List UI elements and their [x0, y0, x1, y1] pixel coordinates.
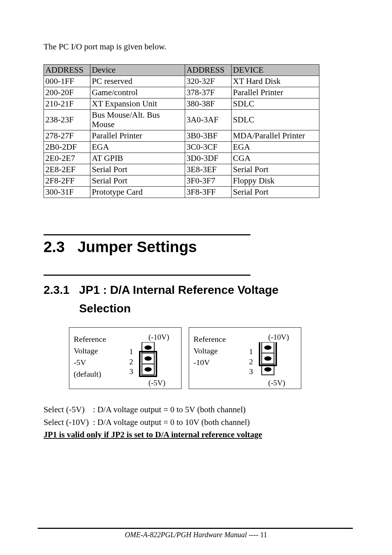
- voltage-value: -5V: [74, 357, 106, 368]
- table-cell: 210-21F: [44, 98, 90, 110]
- svg-point-4: [144, 345, 152, 350]
- table-row: 210-21FXT Expansion Unit380-38FSDLC: [44, 98, 319, 110]
- table-cell: 3F0-3F7: [185, 175, 231, 187]
- svg-point-6: [144, 367, 152, 372]
- table-row: 2B0-2DFEGA3C0-3CFEGA: [44, 142, 319, 153]
- table-cell: 200-20F: [44, 87, 90, 98]
- footer-sep: ----: [247, 531, 258, 539]
- section-rule-top: [44, 234, 250, 235]
- page-footer: OME-A-822PGL/PGH Hardware Manual ---- 11: [0, 531, 392, 539]
- table-cell: 3D0-3DF: [185, 153, 231, 164]
- bottom-voltage-label: (-5V): [148, 378, 166, 388]
- table-cell: PC reserved: [90, 76, 185, 87]
- table-cell: EGA: [231, 142, 319, 153]
- table-cell: 3E8-3EF: [185, 164, 231, 175]
- table-cell: 238-23F: [44, 110, 90, 130]
- table-cell: 378-37F: [185, 87, 231, 98]
- table-cell: 2B0-2DF: [44, 142, 90, 153]
- pin-1-label: 1: [249, 347, 253, 357]
- table-cell: 300-31F: [44, 187, 90, 198]
- table-cell: 320-32F: [185, 76, 231, 87]
- top-voltage-label: (-10V): [148, 333, 169, 342]
- note-jp1-valid: JP1 is valid only if JP2 is set to D/A i…: [44, 429, 354, 441]
- top-voltage-label: (-10V): [268, 333, 289, 342]
- note-5v: Select (-5V) : D/A voltage output = 0 to…: [44, 404, 354, 416]
- table-cell: Serial Port: [90, 164, 185, 175]
- jumper-5v-icon: [138, 342, 160, 378]
- svg-point-12: [264, 356, 271, 361]
- table-cell: Serial Port: [231, 164, 319, 175]
- pin-1-label: 1: [129, 347, 133, 357]
- table-cell: MDA/Parallel Printer: [231, 130, 319, 142]
- table-cell: SDLC: [231, 98, 319, 110]
- bottom-voltage-label: (-5V): [268, 378, 285, 388]
- section-heading: 2.3 Jumper Settings: [44, 238, 354, 256]
- table-cell: 3F8-3FF: [185, 187, 231, 198]
- table-cell: EGA: [90, 142, 185, 153]
- jumper-diagrams: Reference Voltage -5V (default) 1 2 3 (-…: [69, 327, 354, 389]
- voltage-value: -10V: [193, 357, 226, 368]
- svg-point-11: [264, 345, 271, 350]
- th-device-1: Device: [90, 65, 185, 76]
- voltage-label: Voltage: [193, 345, 226, 357]
- ref-label: Reference: [74, 333, 106, 345]
- table-cell: Prototype Card: [90, 187, 185, 198]
- table-cell: 3B0-3BF: [185, 130, 231, 142]
- table-cell: Parallel Printer: [90, 130, 185, 142]
- note-10v: Select (-10V) : D/A voltage output = 0 t…: [44, 416, 354, 429]
- footer-rule: [38, 528, 353, 529]
- table-cell: 000-1FF: [44, 76, 90, 87]
- table-cell: XT Expansion Unit: [90, 98, 185, 110]
- table-row: 238-23FBus Mouse/Alt. Bus Mouse3A0-3AFSD…: [44, 110, 319, 130]
- table-cell: 2E0-2E7: [44, 153, 90, 164]
- pin-3-label: 3: [249, 366, 253, 377]
- table-cell: Floppy Disk: [231, 175, 319, 187]
- svg-point-13: [264, 367, 271, 372]
- table-cell: Bus Mouse/Alt. Bus Mouse: [90, 110, 185, 130]
- subsection-rule: [44, 275, 250, 276]
- table-cell: AT GPIB: [90, 153, 185, 164]
- table-cell: 278-27F: [44, 130, 90, 142]
- table-cell: 2F8-2FF: [44, 175, 90, 187]
- footer-doc-title: OME-A-822PGL/PGH Hardware Manual: [125, 531, 247, 539]
- table-row: 200-20FGame/control378-37FParallel Print…: [44, 87, 319, 98]
- table-cell: Game/control: [90, 87, 185, 98]
- table-cell: CGA: [231, 153, 319, 164]
- th-address-1: ADDRESS: [44, 65, 90, 76]
- th-address-2: ADDRESS: [185, 65, 231, 76]
- subsection-title-line2: Selection: [79, 302, 131, 315]
- section-number: 2.3: [44, 238, 65, 255]
- table-cell: Serial Port: [90, 175, 185, 187]
- footer-page-number: 11: [258, 531, 267, 539]
- io-port-table: ADDRESS Device ADDRESS DEVICE 000-1FFPC …: [44, 64, 319, 198]
- table-row: 000-1FFPC reserved320-32FXT Hard Disk: [44, 76, 319, 87]
- subsection-heading: 2.3.1 JP1 : D/A Internal Reference Volta…: [44, 281, 354, 318]
- table-row: 2F8-2FFSerial Port3F0-3F7Floppy Disk: [44, 175, 319, 187]
- ref-label: Reference: [193, 333, 226, 345]
- table-cell: 380-38F: [185, 98, 231, 110]
- default-label: (default): [74, 368, 106, 380]
- table-cell: 3C0-3CF: [185, 142, 231, 153]
- table-cell: 3A0-3AF: [185, 110, 231, 130]
- subsection-title-line1: JP1 : D/A Internal Reference Voltage: [79, 283, 279, 296]
- selection-notes: Select (-5V) : D/A voltage output = 0 to…: [44, 404, 354, 441]
- svg-point-5: [144, 356, 152, 361]
- table-cell: Parallel Printer: [231, 87, 319, 98]
- table-row: 278-27FParallel Printer3B0-3BFMDA/Parall…: [44, 130, 319, 142]
- table-row: 2E0-2E7AT GPIB3D0-3DFCGA: [44, 153, 319, 164]
- intro-text: The PC I/O port map is given below.: [44, 42, 354, 52]
- th-device-2: DEVICE: [231, 65, 319, 76]
- table-row: 300-31FPrototype Card3F8-3FFSerial Port: [44, 187, 319, 198]
- table-cell: 2E8-2EF: [44, 164, 90, 175]
- pin-2-label: 2: [129, 357, 133, 367]
- table-row: 2E8-2EFSerial Port3E8-3EFSerial Port: [44, 164, 319, 175]
- section-title: Jumper Settings: [77, 238, 197, 255]
- jumper-box-10v: Reference Voltage -10V 1 2 3 (-10V) (-5V…: [189, 327, 301, 389]
- table-cell: SDLC: [231, 110, 319, 130]
- voltage-label: Voltage: [74, 345, 106, 357]
- subsection-number: 2.3.1: [44, 283, 69, 296]
- table-cell: Serial Port: [231, 187, 319, 198]
- jumper-10v-icon: [258, 342, 280, 378]
- jumper-box-5v: Reference Voltage -5V (default) 1 2 3 (-…: [69, 327, 181, 389]
- pin-3-label: 3: [129, 366, 133, 377]
